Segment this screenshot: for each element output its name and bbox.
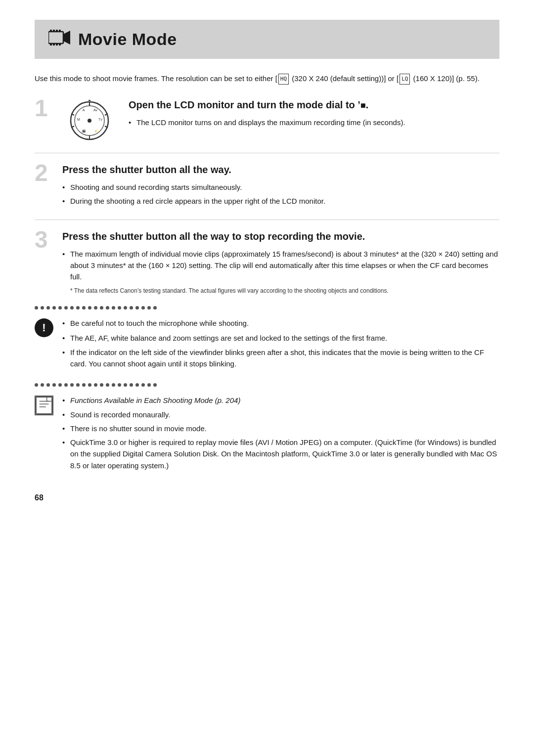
warning-section: ! Be careful not to touch the microphone… [35, 317, 499, 372]
svg-text:Av: Av [93, 108, 98, 112]
dot [124, 306, 127, 310]
intro-paragraph: Use this mode to shoot movie frames. The… [35, 73, 499, 85]
svg-text:▲: ▲ [88, 100, 91, 102]
dotted-separator-2 [35, 383, 499, 387]
step-1-bullets: The LCD monitor turns on and displays th… [129, 117, 499, 128]
dot [100, 383, 103, 387]
dot [64, 306, 68, 310]
mode-dial-svg: ▲ A Av Tv M ⚡ 🎬 ▲ [65, 100, 114, 142]
svg-rect-5 [59, 30, 61, 32]
dot [76, 306, 80, 310]
dot [112, 306, 115, 310]
movie-mode-icon [48, 29, 70, 50]
dot [70, 306, 74, 310]
step-2-bullet-2: During the shooting a red circle appears… [62, 195, 499, 207]
dotted-separator-1 [35, 306, 499, 310]
warning-bullets: Be careful not to touch the microphone w… [62, 317, 499, 372]
step-1-text: Open the LCD monitor and turn the mode d… [129, 98, 499, 131]
page-title: Movie Mode [78, 30, 177, 49]
step-2-bullets: Shooting and sound recording starts simu… [62, 181, 499, 207]
step-3-heading: Press the shutter button all the way to … [62, 230, 499, 243]
step-3-content: Press the shutter button all the way to … [62, 230, 499, 296]
warning-bullet-1: Be careful not to touch the microphone w… [62, 317, 499, 329]
dot [41, 383, 44, 387]
dot [52, 306, 56, 310]
svg-rect-9 [59, 43, 61, 45]
dot [70, 383, 74, 387]
step-2-content: Press the shutter button all the way. Sh… [62, 163, 499, 210]
step-3-footnote: * The data reflects Canon’s testing stan… [62, 286, 499, 295]
svg-rect-3 [53, 30, 55, 32]
dot [88, 306, 91, 310]
step-2-bullet-1: Shooting and sound recording starts simu… [62, 181, 499, 193]
step-1: 1 [35, 98, 499, 153]
dot [41, 306, 44, 310]
dot [106, 306, 109, 310]
dot [94, 306, 97, 310]
svg-text:Tv: Tv [98, 118, 102, 121]
svg-rect-6 [50, 43, 52, 45]
dot [100, 306, 103, 310]
dot [141, 383, 145, 387]
reference-section: Functions Available in Each Shooting Mod… [35, 395, 499, 474]
dot [82, 306, 86, 310]
movie-icon-svg [48, 29, 70, 46]
step-1-content: ▲ A Av Tv M ⚡ 🎬 ▲ Open t [62, 98, 499, 143]
dot [35, 383, 38, 387]
dot [147, 383, 151, 387]
step-1-number: 1 [35, 96, 52, 120]
warning-bullet-3: If the indicator on the left side of the… [62, 347, 499, 370]
dot [46, 383, 50, 387]
svg-rect-27 [36, 397, 52, 414]
step-3-bullets: The maximum length of individual movie c… [62, 248, 499, 283]
step-1-image-area: ▲ A Av Tv M ⚡ 🎬 ▲ Open t [62, 98, 499, 143]
svg-point-25 [88, 119, 91, 123]
ref-bullet-3: There is no shutter sound in movie mode. [62, 423, 499, 434]
dot [58, 383, 62, 387]
page-header: Movie Mode [35, 20, 499, 59]
dot [141, 306, 145, 310]
dot [64, 383, 68, 387]
page-number: 68 [35, 493, 499, 502]
warning-bullet-2: The AE, AF, white balance and zoom setti… [62, 332, 499, 344]
dot [118, 383, 121, 387]
svg-rect-0 [48, 32, 63, 44]
lq-icon: LQ [400, 74, 410, 85]
dot [130, 306, 133, 310]
svg-marker-1 [63, 31, 70, 44]
dot [35, 306, 38, 310]
reference-bullets: Functions Available in Each Shooting Mod… [62, 395, 499, 474]
dot [112, 383, 115, 387]
dot [76, 383, 80, 387]
warning-icon: ! [35, 318, 53, 337]
dot [46, 306, 50, 310]
note-icon-svg [36, 396, 52, 415]
dot [135, 306, 139, 310]
step-3-number: 3 [35, 228, 52, 252]
reference-icon [35, 396, 53, 415]
dot [135, 383, 139, 387]
step-1-heading: Open the LCD monitor and turn the mode d… [129, 98, 499, 112]
dot [147, 306, 151, 310]
svg-rect-7 [53, 43, 55, 45]
dot [94, 383, 97, 387]
dot [88, 383, 91, 387]
dot [118, 306, 121, 310]
step-2-number: 2 [35, 161, 52, 185]
dot [106, 383, 109, 387]
svg-text:▲: ▲ [88, 102, 91, 105]
hq-icon: HQ [278, 74, 289, 85]
dot [82, 383, 86, 387]
svg-rect-4 [56, 30, 58, 32]
step-2-heading: Press the shutter button all the way. [62, 163, 499, 177]
ref-bullet-2: Sound is recorded monaurally. [62, 409, 499, 420]
svg-rect-2 [50, 30, 52, 32]
dot [52, 383, 56, 387]
svg-text:⚡: ⚡ [94, 129, 98, 133]
svg-rect-8 [56, 43, 58, 45]
dot [130, 383, 133, 387]
ref-bullet-4: QuickTime 3.0 or higher is required to r… [62, 437, 499, 471]
dot [153, 306, 157, 310]
steps-container: 1 [35, 98, 499, 295]
step-3-bullet-1: The maximum length of individual movie c… [62, 248, 499, 283]
